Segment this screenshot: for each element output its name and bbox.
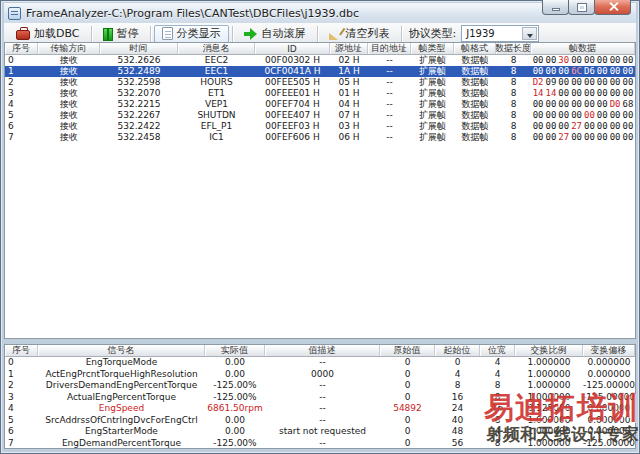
cell-value: 0.00 [205, 369, 265, 381]
table-row[interactable]: 6接收532.2422EFL_P100FEEF03 H03 H--扩展帧数据帧8… [5, 121, 635, 132]
minimize-button[interactable] [542, 0, 569, 15]
cell-no: 3 [5, 88, 38, 99]
cell-dst: -- [368, 66, 411, 77]
column-header[interactable]: 时间 [100, 43, 178, 54]
chevron-down-icon[interactable] [522, 27, 537, 40]
cell-fmt: 数据帧 [454, 132, 496, 143]
cell-msg: EEC2 [178, 55, 255, 66]
frame-byte: 00 [584, 77, 595, 88]
toolbar-button-toolbox[interactable]: 加载DBC [8, 25, 88, 43]
table-row[interactable]: 7EngDemandPercentTorque-125.00%--05681.0… [5, 438, 635, 450]
column-header[interactable]: 信号名 [38, 345, 205, 356]
column-header[interactable]: ID [255, 43, 330, 54]
cell-frame-data: 0000270000000000 [531, 132, 635, 143]
toolbar-button-label: 清空列表 [346, 26, 390, 41]
window-title: FrameAnalyzer-C:\Program Files\CANTest\D… [26, 7, 359, 20]
table-row[interactable]: 1接收532.2489EEC10CF0041A H1A H--扩展帧数据帧800… [5, 66, 635, 77]
table-row[interactable]: 7接收532.2458IC100FEF606 H06 H--扩展帧数据帧8000… [5, 132, 635, 143]
frame-byte: 00 [584, 132, 595, 143]
table-row[interactable]: 1ActEngPrcntTorqueHighResolution0.000000… [5, 369, 635, 381]
toolbox-icon [16, 30, 30, 40]
toolbar-button-label: 自动滚屏 [262, 26, 306, 41]
table-row[interactable]: 3ActualEngPercentTorque-125.00%--01681.0… [5, 392, 635, 404]
table-row[interactable]: 5接收532.2267SHUTDN00FEE407 H07 H--扩展帧数据帧8… [5, 110, 635, 121]
close-button[interactable] [594, 0, 631, 15]
frame-byte: 00 [610, 55, 621, 66]
cell-width: 4 [480, 369, 515, 381]
table-row[interactable]: 0接收532.2626EEC200F00302 H02 H--扩展帧数据帧800… [5, 55, 635, 66]
cell-name: ActEngPrcntTorqueHighResolution [38, 369, 205, 381]
column-header[interactable]: 帧类型 [411, 43, 454, 54]
cell-fmt: 数据帧 [454, 110, 496, 121]
column-header[interactable]: 实际值 [205, 345, 265, 356]
column-header[interactable]: 帧格式 [454, 43, 496, 54]
protocol-select[interactable]: J1939 [461, 25, 539, 42]
cell-raw: 0 [380, 357, 435, 369]
column-header[interactable]: 交换比例 [515, 345, 583, 356]
cell-name: EngStarterMode [38, 426, 205, 438]
frame-byte: 00 [571, 132, 582, 143]
column-header[interactable]: 原始值 [380, 345, 435, 356]
column-header[interactable]: 消息名 [178, 43, 255, 54]
column-header[interactable]: 帧数据 [531, 43, 635, 54]
table-row[interactable]: 2接收532.2598HOURS00FEE505 H05 H--扩展帧数据帧8D… [5, 77, 635, 88]
frame-byte: 00 [610, 88, 621, 99]
cell-src: 02 H [330, 55, 368, 66]
cell-name: EngDemandPercentTorque [38, 438, 205, 450]
cell-start: 48 [435, 426, 480, 438]
column-header[interactable]: 传输方向 [38, 43, 100, 54]
frame-byte: 00 [623, 121, 634, 132]
column-header[interactable]: 序号 [5, 43, 38, 54]
cell-type: 扩展帧 [411, 132, 454, 143]
cell-no: 1 [5, 369, 38, 381]
table-row[interactable]: 0EngTorqueMode0.00--0041.0000000.000000 [5, 357, 635, 369]
toolbar-button-broom[interactable]: 清空列表 [321, 25, 398, 43]
frame-byte: 00 [623, 88, 634, 99]
column-header[interactable]: 目的地址 [368, 43, 411, 54]
cell-value: -125.00% [205, 438, 265, 450]
cell-offset: -125.000000 [583, 380, 635, 392]
note-icon [162, 27, 173, 40]
app-window: FrameAnalyzer-C:\Program Files\CANTest\D… [0, 0, 640, 454]
toolbar-button-pause[interactable]: 暂停 [95, 25, 147, 43]
cell-offset: 0.000000 [583, 415, 635, 427]
frame-byte: 27 [571, 121, 582, 132]
close-icon [609, 2, 618, 11]
cell-offset: -125.000000 [583, 392, 635, 404]
column-header[interactable]: 位宽 [480, 345, 515, 356]
column-header[interactable]: 变换偏移 [583, 345, 635, 356]
frame-byte: 00 [610, 66, 621, 77]
toolbar-button-note[interactable]: 分类显示 [154, 25, 229, 43]
cell-time: 532.2215 [100, 99, 178, 110]
column-header[interactable]: 数据长度 [496, 43, 531, 54]
table-row[interactable]: 4EngSpeed6861.50rpm--5489224160.1250000.… [5, 403, 635, 415]
cell-scale: 1.000000 [515, 357, 583, 369]
column-header[interactable]: 序号 [5, 345, 38, 356]
table-row[interactable]: 4接收532.2215VEP100FEF704 H04 H--扩展帧数据帧800… [5, 99, 635, 110]
cell-name: DriversDemandEngPercentTorque [38, 380, 205, 392]
frame-table-body: 0接收532.2626EEC200F00302 H02 H--扩展帧数据帧800… [5, 55, 635, 143]
cell-src: 03 H [330, 121, 368, 132]
frame-byte: 00 [558, 110, 569, 121]
table-row[interactable]: 3接收532.2070ET100FEEE01 H01 H--扩展帧数据帧8141… [5, 88, 635, 99]
column-header[interactable]: 源地址 [330, 43, 368, 54]
cell-dir: 接收 [38, 121, 100, 132]
cell-fmt: 数据帧 [454, 66, 496, 77]
cell-msg: VEP1 [178, 99, 255, 110]
column-header[interactable]: 起始位 [435, 345, 480, 356]
column-header[interactable]: 值描述 [265, 345, 380, 356]
table-row[interactable]: 2DriversDemandEngPercentTorque-125.00%--… [5, 380, 635, 392]
cell-desc: -- [265, 380, 380, 392]
frame-byte: 00 [584, 99, 595, 110]
table-row[interactable]: 6EngStarterMode0.00start not requested04… [5, 426, 635, 438]
cell-no: 0 [5, 357, 38, 369]
table-row[interactable]: 5SrcAddrssOfCntrlngDvcForEngCtrl0.00--04… [5, 415, 635, 427]
cell-desc: -- [265, 403, 380, 415]
frame-byte: 00 [533, 132, 544, 143]
cell-width: 4 [480, 357, 515, 369]
toolbar-separator [401, 26, 402, 42]
restore-button[interactable] [568, 0, 595, 15]
cell-raw: 54892 [380, 403, 435, 415]
toolbar-button-arrow[interactable]: 自动滚屏 [236, 25, 314, 43]
signal-table: 序号信号名实际值值描述原始值起始位位宽交换比例变换偏移 0EngTorqueMo… [4, 344, 636, 449]
